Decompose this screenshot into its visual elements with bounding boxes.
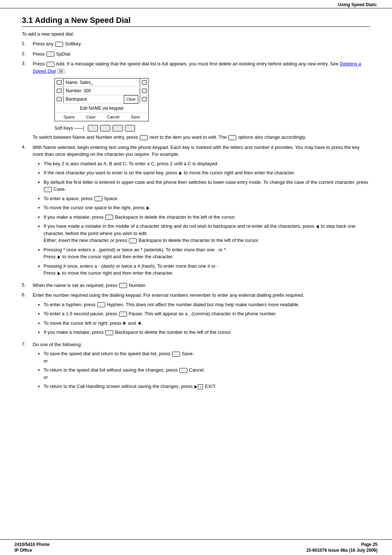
right-btn-inner-number[interactable] <box>142 89 147 93</box>
arrow-right-icon-3 <box>58 255 60 259</box>
step-4-bullets: The key 2 is also marked as A, B and C. … <box>33 160 370 277</box>
bullet-6-2: To enter a 1.5 second pause, press Pause… <box>44 310 370 317</box>
header-right-text: Using Speed Dials: <box>338 2 377 7</box>
softkey-icon-cancel <box>179 368 187 373</box>
softkey-icon-2 <box>46 52 54 57</box>
exit-box: ▪ <box>198 384 203 389</box>
display-softkeys-row: Space Case Cancel Save <box>55 113 148 121</box>
footer-issue: 15-601076 Issue 06a (16 July 2009) <box>306 548 377 553</box>
softkey-icon-1 <box>55 42 63 47</box>
step-4-text: With Name selected, begin entering text … <box>33 145 359 157</box>
step-4-content: With Name selected, begin entering text … <box>33 144 370 279</box>
step-7-bullets: To save the speed dial and return to the… <box>33 350 370 390</box>
display-left-btn-number <box>55 87 64 94</box>
step-6: 6. Enter the number required using the d… <box>22 292 370 338</box>
step-7-num: 7. <box>22 341 33 347</box>
softkey-icon-number <box>119 283 127 288</box>
main-content: 3.1 Adding a New Speed Dial To add a new… <box>0 8 392 424</box>
softkey-icon-hyphen <box>97 302 105 307</box>
softkey-icon-save <box>172 352 180 357</box>
display-backspace-field: Backspace <box>64 95 104 103</box>
step-6-bullets: To enter a hyphen, press Hyphen. This do… <box>33 301 370 336</box>
display-row-number: Number: 300 <box>55 87 148 95</box>
right-btn-inner-name[interactable] <box>142 80 147 85</box>
softkey-case[interactable]: Case <box>86 114 95 120</box>
step-2: 2. Press SpDial. <box>22 50 370 58</box>
bullet-4-8: Pressing * once enters a . (period) or t… <box>44 246 370 260</box>
step-4-num: 4. <box>22 144 33 150</box>
softkey-icon-pause <box>119 312 127 317</box>
bullet-7-3: To return to the Call Handling screen wi… <box>44 383 370 390</box>
display-row-backspace: Backspace Clear <box>55 95 148 104</box>
exit-arrow <box>195 385 197 389</box>
step-4: 4. With Name selected, begin entering te… <box>22 144 370 279</box>
display-name-field: Name: Sales_ <box>64 78 140 86</box>
bullet-7-1: To save the speed dial and return to the… <box>44 350 370 364</box>
arrow-left-icon-1 <box>316 225 319 228</box>
bullet-4-7: If you have made a mistake in the middle… <box>44 223 370 244</box>
display-right-btn-name <box>140 79 148 86</box>
bullet-6-4: If you make a mistake, press Backspace t… <box>44 329 370 336</box>
soft-keys-row: Soft Keys ——[ <box>54 125 370 131</box>
softkey-icon-options <box>228 135 236 140</box>
left-btn-inner-number[interactable] <box>57 89 62 93</box>
arrow-left-icon-2 <box>138 321 140 325</box>
step-3: 3. Press Add. If a message stating that … <box>22 60 370 141</box>
step-5-content: When the name is set as required, press … <box>33 282 370 289</box>
softkey-space[interactable]: Space <box>64 114 75 120</box>
step-2-num: 2. <box>22 50 33 56</box>
softkey-icon-backspace-3 <box>105 330 113 335</box>
softkey-save[interactable]: Save <box>131 114 140 120</box>
footer-product: 2410/5410 Phone <box>15 542 50 547</box>
footer-bar: 2410/5410 Phone IP Office Page 25 15-601… <box>0 539 392 555</box>
intro-text: To add a new speed dial: <box>22 31 370 37</box>
arrow-right-icon-5 <box>123 321 126 325</box>
soft-key-4[interactable] <box>125 125 135 131</box>
display-row-name: Name: Sales_ <box>55 78 148 87</box>
bullet-4-2: If the next character you want to enter … <box>44 169 370 177</box>
speed-dial-link[interactable]: Deleting a Speed Dial <box>33 61 361 74</box>
arrow-right-icon-4 <box>58 272 60 275</box>
step-1-content: Press any Softkey. <box>33 40 370 48</box>
phone-display: Name: Sales_ Number: 300 <box>54 78 149 121</box>
footer-left: 2410/5410 Phone IP Office <box>15 542 50 553</box>
step-7-text: Do one of the following: <box>33 342 82 347</box>
step-6-num: 6. <box>22 292 33 297</box>
display-right-btn-number <box>140 87 148 94</box>
bullet-4-9: Pressing # once, enters a - (dash) or tw… <box>44 263 370 277</box>
bullet-7-2: To return to the speed dial list without… <box>44 366 370 381</box>
step-5-cont: Number. <box>129 283 147 288</box>
step-7-content: Do one of the following: To save the spe… <box>33 341 370 392</box>
softkey-cancel[interactable]: Cancel <box>107 114 119 120</box>
step-6-content: Enter the number required using the dial… <box>33 292 370 338</box>
bullet-4-4: To enter a space, press Space. <box>44 195 370 202</box>
left-btn-inner-backspace[interactable] <box>57 97 62 101</box>
display-left-btn-name <box>55 79 64 86</box>
bullet-6-3: To move the cursor left or right, press … <box>44 320 370 327</box>
softkey-icon-case <box>44 187 52 192</box>
header-bar: Using Speed Dials: <box>0 0 392 8</box>
bullet-4-5: To move the cursor one space to the righ… <box>44 204 370 211</box>
softkey-icon-3 <box>46 62 54 67</box>
footer-brand: IP Office <box>15 548 50 553</box>
bullet-4-1: The key 2 is also marked as A, B and C. … <box>44 160 370 167</box>
page: Using Speed Dials: 3.1 Adding a New Spee… <box>0 0 392 555</box>
steps-list: 1. Press any Softkey. 2. Press SpDial. 3… <box>22 40 370 392</box>
soft-key-1[interactable] <box>88 125 98 131</box>
display-right-btn-backspace <box>140 96 148 103</box>
step-5-num: 5. <box>22 282 33 288</box>
bullet-4-6: If you make a mistake, press Backspace t… <box>44 214 370 221</box>
clear-button[interactable]: Clear <box>124 95 138 104</box>
bullet-6-1: To enter a hyphen, press Hyphen. This do… <box>44 301 370 308</box>
step-1: 1. Press any Softkey. <box>22 40 370 48</box>
step-3-content: Press Add. If a message stating that the… <box>33 60 370 141</box>
right-btn-inner-backspace[interactable] <box>142 97 147 101</box>
footer-page: Page 25 <box>361 542 377 547</box>
soft-key-3[interactable] <box>113 125 123 131</box>
left-btn-inner-name[interactable] <box>57 80 62 85</box>
exit-icon: ▪ <box>195 384 203 389</box>
soft-keys-label: Soft Keys ——[ <box>54 125 84 131</box>
arrow-right-icon-1 <box>179 171 182 175</box>
soft-key-2[interactable] <box>100 125 110 131</box>
page-ref: 26 <box>57 69 64 74</box>
